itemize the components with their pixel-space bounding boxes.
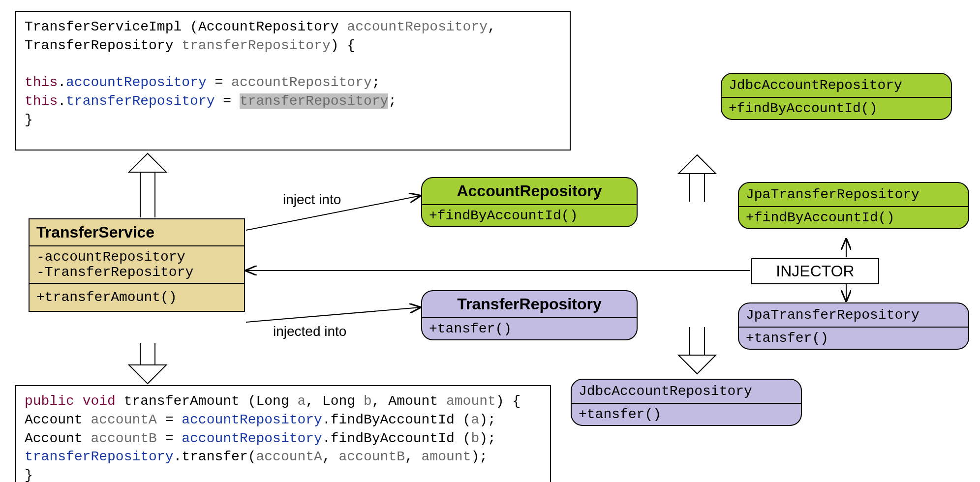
ctor-name: TransferServiceImpl	[25, 19, 182, 34]
class-jdbcaccountrepository-2: JdbcAccountRepository +tansfer()	[571, 379, 802, 426]
class-jdbcaccountrepository-1: JdbcAccountRepository +findByAccountId()	[721, 73, 952, 120]
class-methods: +transferAmount()	[30, 283, 244, 311]
arrow-tr-to-jdbc2	[678, 327, 716, 374]
svg-marker-5	[129, 365, 166, 384]
arrow-ar-to-jdbc	[678, 155, 716, 202]
code-constructor: TransferServiceImpl (AccountRepository a…	[15, 11, 571, 151]
class-jpatransferrepository-2: JpaTransferRepository +tansfer()	[738, 302, 969, 350]
arrow-injected-into-tr	[246, 307, 420, 322]
svg-marker-2	[129, 153, 166, 172]
class-accountrepository: AccountRepository +findByAccountId()	[421, 177, 638, 227]
class-transferservice: TransferService -accountRepository -Tran…	[29, 218, 245, 312]
label-injected-into: injected into	[273, 324, 346, 339]
class-fields: -accountRepository -TransferRepository	[30, 245, 244, 283]
class-title: TransferService	[30, 219, 244, 245]
svg-marker-11	[678, 355, 716, 374]
code-method: public void transferAmount (Long a, Long…	[15, 385, 551, 482]
class-jpatransferrepository-1: JpaTransferRepository +findByAccountId()	[738, 182, 969, 229]
label-inject-into: inject into	[283, 192, 341, 208]
arrow-ts-to-codetop	[129, 153, 166, 217]
arrow-ts-to-codebottom	[129, 343, 166, 384]
injector-box: INJECTOR	[751, 258, 879, 284]
svg-marker-8	[678, 155, 716, 174]
class-transferrepository: TransferRepository +tansfer()	[421, 290, 638, 340]
